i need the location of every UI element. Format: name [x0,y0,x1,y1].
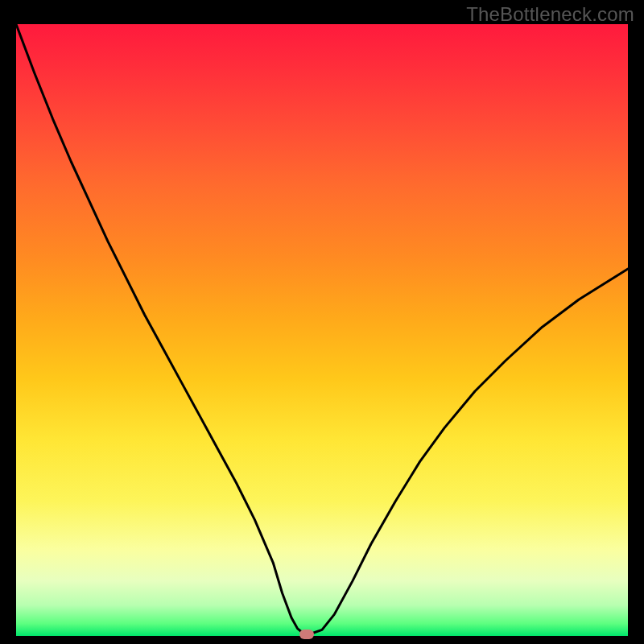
chart-frame: TheBottleneck.com [0,0,644,644]
minimum-marker [299,630,314,639]
bottleneck-curve [16,24,628,636]
watermark-text: TheBottleneck.com [466,3,634,26]
plot-area [16,24,628,636]
